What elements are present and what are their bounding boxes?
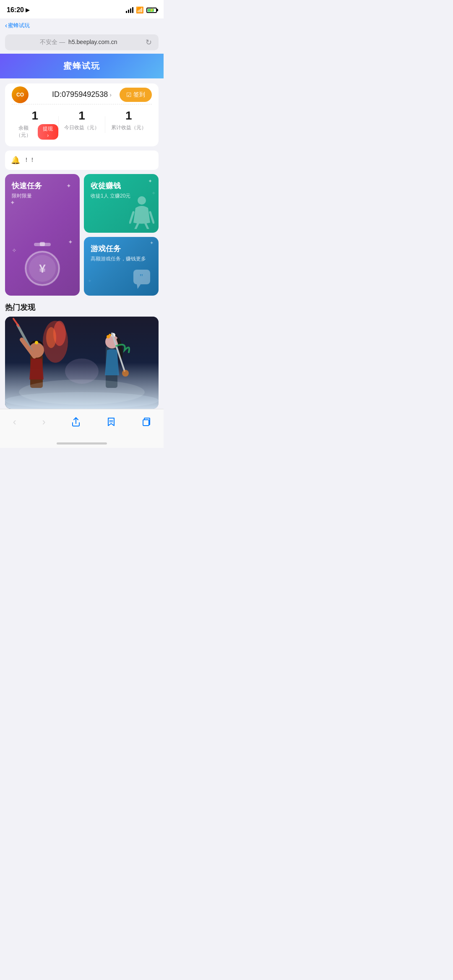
- status-icons: 📶 ⚡: [126, 6, 157, 14]
- svg-rect-1: [34, 243, 51, 246]
- browser-nav: ‹ 蜜蜂试玩: [0, 18, 164, 33]
- quick-task-title: 快速任务: [12, 181, 73, 191]
- banner-image: [5, 317, 159, 409]
- recruit-title: 收徒赚钱: [91, 181, 152, 191]
- recruit-figure-icon: [129, 195, 154, 231]
- svg-line-9: [145, 223, 148, 229]
- url-insecure-label: 不安全 —: [40, 39, 65, 45]
- location-icon: ▶: [26, 7, 29, 13]
- svg-point-5: [138, 196, 146, 205]
- status-bar: 16:20 ▶ 📶 ⚡: [0, 0, 164, 18]
- stats-row: 1 余额（元） 提现 › 1 今日收益（元） 1 累计收益（元）: [12, 109, 152, 140]
- quick-task-subtitle: 限时限量: [12, 192, 73, 200]
- back-arrow-icon: ‹: [5, 22, 7, 29]
- bookmarks-icon: [107, 417, 116, 426]
- withdraw-label: 提现 ›: [42, 125, 54, 138]
- browser-back-button[interactable]: ‹: [6, 414, 23, 429]
- url-domain: h5.beeplay.com.cn: [68, 39, 117, 45]
- status-time: 16:20 ▶: [7, 6, 29, 14]
- svg-rect-33: [143, 420, 149, 426]
- bottom-browser-bar: ‹ ›: [0, 409, 164, 439]
- today-label-row: 今日收益（元）: [59, 124, 105, 131]
- back-nav[interactable]: ‹ 蜜蜂试玩: [5, 22, 30, 29]
- game-task-card[interactable]: 游戏任务 高额游戏任务，赚钱更多 " ✦ ✧: [84, 237, 159, 296]
- svg-text:¥: ¥: [39, 262, 46, 275]
- svg-point-27: [109, 334, 111, 336]
- app-title: 蜜蜂试玩: [7, 60, 157, 72]
- sparkle-recruit-1: ✦: [148, 178, 152, 184]
- divider: [12, 104, 152, 104]
- time-label: 16:20: [7, 6, 24, 14]
- back-label: 蜜蜂试玩: [8, 22, 30, 29]
- svg-text:": ": [139, 273, 143, 281]
- total-label-row: 累计收益（元）: [105, 124, 152, 131]
- notice-bar: 🔔 ！！: [5, 151, 159, 170]
- withdraw-button[interactable]: 提现 ›: [38, 124, 58, 140]
- sparkle-game-1: ✦: [150, 240, 154, 246]
- user-id-text: ID:07959492538: [52, 90, 108, 99]
- refresh-button[interactable]: ↻: [146, 38, 152, 47]
- section-title-hot: 热门发现: [5, 302, 159, 312]
- svg-marker-11: [137, 284, 141, 289]
- sparkle-icon-1: ✦: [66, 182, 71, 189]
- sparkle-game-2: ✧: [88, 279, 91, 283]
- total-earnings-value: 1: [105, 109, 152, 122]
- browser-bookmarks-button[interactable]: [100, 416, 122, 428]
- notice-text: ！！: [23, 156, 35, 164]
- user-card: CO ID:07959492538 › ☑ 签到 1 余额（元） 提现 › 1 …: [5, 83, 159, 146]
- balance-value: 1: [12, 109, 58, 122]
- sparkle-icon-2: ✦: [10, 199, 15, 206]
- svg-point-20: [35, 341, 38, 344]
- svg-point-25: [122, 370, 129, 377]
- user-id-row: CO ID:07959492538 › ☑ 签到: [12, 90, 152, 99]
- sparkle-icon-3: ✦: [68, 239, 73, 245]
- url-bar[interactable]: 不安全 — h5.beeplay.com.cn ↻: [5, 34, 159, 50]
- svg-line-7: [150, 212, 154, 223]
- app-header: 蜜蜂试玩: [0, 54, 164, 78]
- battery-indicator: ⚡: [146, 8, 157, 13]
- speech-bubble-icon: ": [133, 269, 154, 291]
- quick-task-card[interactable]: 快速任务 限时限量 ✦ ✦ ✦ ✧ ¥: [5, 174, 80, 296]
- signal-bars: [126, 7, 133, 13]
- today-earnings-label: 今日收益（元）: [64, 124, 99, 131]
- game-task-subtitle: 高额游戏任务，赚钱更多: [91, 255, 152, 263]
- today-earnings-stat: 1 今日收益（元）: [59, 109, 105, 131]
- sparkle-icon-4: ✧: [12, 247, 17, 254]
- sparkle-recruit-2: ✧: [152, 191, 155, 195]
- today-earnings-value: 1: [59, 109, 105, 122]
- balance-stat: 1 余额（元） 提现 ›: [12, 109, 58, 140]
- sign-in-label: 签到: [133, 91, 145, 99]
- game-task-title: 游戏任务: [91, 244, 152, 254]
- total-earnings-stat: 1 累计收益（元）: [105, 109, 152, 131]
- balance-label: 余额（元）: [12, 125, 35, 139]
- hot-banner[interactable]: [5, 317, 159, 409]
- svg-point-16: [46, 327, 56, 348]
- avatar-initials: CO: [16, 92, 24, 98]
- avatar: CO: [12, 86, 29, 103]
- back-arrow-icon: ‹: [13, 416, 16, 428]
- share-icon: [71, 417, 81, 426]
- home-bar: [57, 442, 107, 445]
- user-id-chevron: ›: [109, 91, 112, 98]
- total-earnings-label: 累计收益（元）: [111, 124, 146, 131]
- svg-point-29: [5, 392, 159, 409]
- url-bar-wrapper: 不安全 — h5.beeplay.com.cn ↻: [0, 33, 164, 54]
- svg-line-8: [135, 223, 138, 229]
- browser-share-button[interactable]: [65, 416, 87, 428]
- balance-label-row: 余额（元） 提现 ›: [12, 124, 58, 140]
- svg-point-30: [65, 359, 99, 384]
- wifi-icon: 📶: [136, 6, 144, 14]
- tabs-icon: [141, 417, 151, 426]
- recruit-card[interactable]: 收徒赚钱 收徒1人 立赚20元 ✦ ✧: [84, 174, 159, 233]
- svg-line-6: [130, 212, 133, 223]
- user-id-display[interactable]: ID:07959492538 ›: [52, 90, 112, 99]
- bell-icon: 🔔: [11, 156, 20, 165]
- sign-in-icon: ☑: [126, 91, 132, 98]
- browser-forward-button[interactable]: ›: [35, 414, 52, 429]
- url-text: 不安全 — h5.beeplay.com.cn: [12, 39, 146, 46]
- forward-arrow-icon: ›: [42, 416, 45, 428]
- sign-in-button[interactable]: ☑ 签到: [120, 88, 152, 102]
- stopwatch-icon: ¥: [21, 241, 63, 287]
- task-grid: 快速任务 限时限量 ✦ ✦ ✦ ✧ ¥ 收徒赚钱 收徒1人 立赚20元: [5, 174, 159, 296]
- browser-tabs-button[interactable]: [135, 416, 157, 428]
